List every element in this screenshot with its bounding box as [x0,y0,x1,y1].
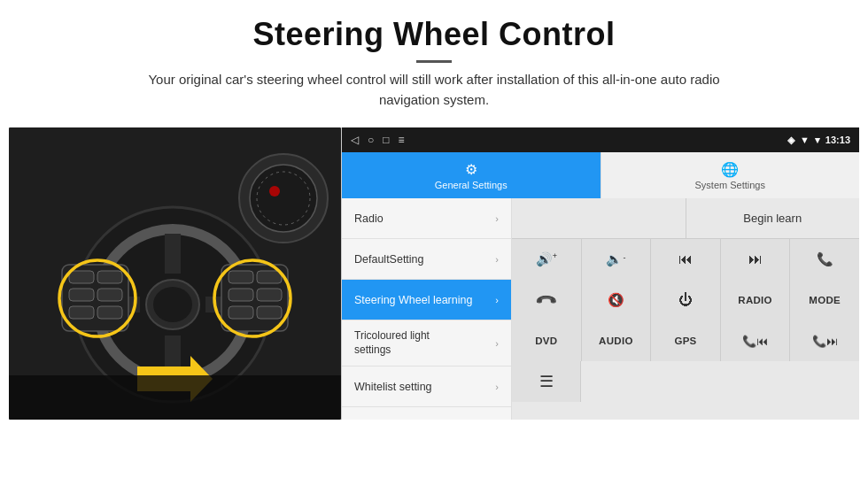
power-icon: ⏻ [678,292,693,308]
menu-item-radio[interactable]: Radio › [342,198,511,239]
status-left: ◁ ○ □ ≡ [351,134,405,146]
menu-item-default-label: DefaultSetting [354,253,424,266]
list-button[interactable]: ☰ [512,361,581,402]
tab-general[interactable]: ⚙ General Settings [342,152,601,198]
audio-button[interactable]: AUDIO [582,320,652,361]
car-dashboard-svg [9,127,341,420]
phone-button[interactable]: 📞 [790,239,859,280]
chevron-icon-steering: › [495,295,499,305]
svg-rect-19 [97,306,122,319]
signal-icon: ▼ [800,135,810,145]
svg-rect-21 [229,271,253,283]
mode-button[interactable]: MODE [790,280,859,320]
svg-rect-14 [69,271,94,283]
radio-button[interactable]: RADIO [721,280,791,320]
gps-label: GPS [674,336,696,346]
car-background [9,127,341,420]
svg-rect-16 [69,289,94,301]
svg-rect-30 [9,375,341,420]
hang-up-button[interactable]: 📞 [512,280,582,320]
phone-icon: 📞 [817,251,833,267]
title-divider [416,60,452,63]
vol-down-button[interactable]: 🔈- [582,239,652,280]
menu-item-whitelist[interactable]: Whitelist setting › [342,366,511,407]
audio-label: AUDIO [599,336,633,346]
page-wrapper: Steering Wheel Control Your original car… [0,0,868,486]
menu-item-tricoloured[interactable]: Tricoloured lightsettings › [342,320,511,366]
menu-item-tricoloured-label: Tricoloured lightsettings [354,329,430,357]
prev-track-icon: ⏮ [678,251,693,267]
next-track-button[interactable]: ⏭ [721,239,791,280]
controls-row-4: ☰ [512,361,859,402]
left-menu: Radio › DefaultSetting › Steering Wheel … [342,198,512,420]
mute-button[interactable]: 🔇 [582,280,652,320]
page-title: Steering Wheel Control [53,16,815,53]
empty-row4 [581,361,859,402]
svg-rect-26 [257,306,282,319]
mode-label: MODE [809,295,841,305]
svg-rect-24 [257,289,282,301]
controls-row-2: 📞 🔇 ⏻ RADIO MODE [512,280,859,320]
android-panel: ◁ ○ □ ≡ ◈ ▼ ▾ 13:13 ⚙ General Settings [341,127,859,420]
general-settings-icon: ⚙ [465,161,477,178]
next-track-icon: ⏭ [748,251,763,267]
tab-system[interactable]: 🌐 System Settings [601,152,860,198]
right-controls-panel: Begin learn 🔊+ 🔈- ⏮ [512,198,859,420]
home-icon[interactable]: ○ [368,134,374,146]
mute-icon: 🔇 [608,292,624,308]
tel-prev-button[interactable]: 📞⏮ [721,320,791,361]
controls-row-1: 🔊+ 🔈- ⏮ ⏭ 📞 [512,239,859,280]
svg-rect-18 [69,306,94,319]
system-settings-icon: 🌐 [721,161,739,178]
tel-next-icon: 📞⏭ [812,335,838,348]
tel-prev-icon: 📞⏮ [742,335,768,348]
recents-icon[interactable]: □ [383,134,389,146]
tel-next-button[interactable]: 📞⏭ [790,320,859,361]
main-content: Radio › DefaultSetting › Steering Wheel … [342,198,859,420]
dvd-button[interactable]: DVD [512,320,582,361]
wifi-icon: ▾ [815,135,820,146]
list-icon: ☰ [539,372,554,391]
svg-rect-25 [229,306,253,319]
content-section: ◁ ○ □ ≡ ◈ ▼ ▾ 13:13 ⚙ General Settings [9,127,859,420]
chevron-icon-default: › [495,254,499,265]
header-section: Steering Wheel Control Your original car… [0,0,868,119]
tab-system-label: System Settings [695,180,765,190]
chevron-icon-whitelist: › [495,382,499,392]
menu-item-steering[interactable]: Steering Wheel learning › [342,280,511,320]
location-icon: ◈ [787,135,794,146]
prev-track-button[interactable]: ⏮ [651,239,721,280]
vol-up-button[interactable]: 🔊+ [512,239,582,280]
status-bar: ◁ ○ □ ≡ ◈ ▼ ▾ 13:13 [342,127,859,152]
controls-row-3: DVD AUDIO GPS 📞⏮ 📞⏭ [512,320,859,361]
chevron-icon-radio: › [495,213,499,224]
svg-rect-15 [97,271,122,283]
clock: 13:13 [825,135,850,145]
svg-rect-22 [257,271,282,283]
menu-status-icon[interactable]: ≡ [399,134,405,146]
controls-row-top: Begin learn [512,198,859,239]
tab-general-label: General Settings [435,180,508,190]
menu-item-radio-label: Radio [354,212,384,225]
status-right: ◈ ▼ ▾ 13:13 [787,135,850,146]
subtitle-text: Your original car's steering wheel contr… [124,70,744,110]
dvd-label: DVD [535,336,557,346]
svg-point-4 [269,186,280,197]
begin-learn-button[interactable]: Begin learn [686,198,860,238]
svg-rect-23 [229,289,253,301]
svg-point-2 [250,165,317,232]
vol-up-icon: 🔊+ [536,251,557,267]
empty-cell [512,198,686,238]
back-icon[interactable]: ◁ [351,134,359,146]
menu-item-steering-label: Steering Wheel learning [354,294,472,306]
power-button[interactable]: ⏻ [651,280,721,320]
vol-down-icon: 🔈- [606,251,625,267]
tab-bar: ⚙ General Settings 🌐 System Settings [342,152,859,198]
gps-button[interactable]: GPS [651,320,721,361]
radio-label: RADIO [738,295,772,305]
menu-item-default[interactable]: DefaultSetting › [342,239,511,280]
hang-up-icon: 📞 [534,288,559,312]
svg-rect-17 [97,289,122,301]
chevron-icon-tricoloured: › [495,338,499,349]
menu-item-whitelist-label: Whitelist setting [354,381,432,393]
